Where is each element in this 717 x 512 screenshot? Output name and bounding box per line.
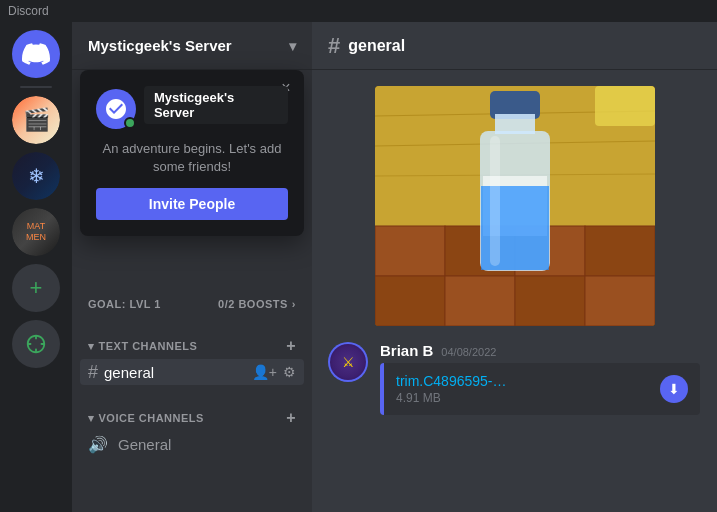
explore-servers-button[interactable] — [12, 320, 60, 368]
svg-rect-20 — [595, 86, 655, 126]
add-text-channel-button[interactable]: + — [286, 338, 296, 354]
settings-icon[interactable]: ⚙ — [283, 364, 296, 380]
message-avatar — [328, 342, 368, 382]
voice-channels-section: ▾ VOICE CHANNELS + 🔊 General — [72, 390, 312, 463]
svg-rect-19 — [490, 136, 500, 266]
goal-label: GOAL: LVL 1 — [88, 298, 161, 310]
text-channels-header[interactable]: ▾ TEXT CHANNELS + — [80, 334, 304, 358]
goal-right: 0/2 Boosts › — [218, 298, 296, 310]
goal-bar[interactable]: GOAL: LVL 1 0/2 Boosts › — [72, 290, 312, 318]
file-info: trim.C4896595-… 4.91 MB — [396, 373, 650, 405]
chevron-down-icon: ▾ — [289, 38, 296, 54]
hash-icon: # — [88, 363, 98, 381]
svg-rect-11 — [445, 276, 515, 326]
voice-channels-chevron: ▾ — [88, 412, 95, 425]
title-bar-text: Discord — [8, 4, 49, 18]
server-list: 🎬 ❄ MATMEN + — [0, 22, 72, 512]
svg-rect-10 — [375, 276, 445, 326]
voice-channels-label: VOICE CHANNELS — [99, 412, 204, 424]
chat-image — [375, 86, 655, 326]
server-icon-s3[interactable]: MATMEN — [12, 208, 60, 256]
message-timestamp: 04/08/2022 — [441, 346, 496, 358]
server-img-3: MATMEN — [12, 208, 60, 256]
server-img-2: ❄ — [12, 152, 60, 200]
popup-header-row: Mysticgeek's Server — [96, 86, 288, 132]
app-body: 🎬 ❄ MATMEN + Mysticgeek's Server — [0, 22, 717, 512]
svg-rect-13 — [585, 276, 655, 326]
chat-image-container — [328, 86, 701, 326]
add-server-button[interactable]: + — [12, 264, 60, 312]
voice-icon: 🔊 — [88, 435, 108, 454]
channel-header-name: general — [348, 37, 405, 55]
popup-server-name-badge: Mysticgeek's Server — [144, 86, 288, 124]
file-attachment: trim.C4896595-… 4.91 MB ⬇ — [380, 363, 700, 415]
svg-rect-12 — [515, 276, 585, 326]
online-indicator — [124, 117, 136, 129]
message-header: Brian B 04/08/2022 — [380, 342, 701, 359]
channel-item-general[interactable]: # general 👤+ ⚙ — [80, 359, 304, 385]
server-icon-s2[interactable]: ❄ — [12, 152, 60, 200]
goal-chevron: › — [292, 298, 296, 310]
boost-count: 0/2 Boosts — [218, 298, 288, 310]
server-icon-s1[interactable]: 🎬 — [12, 96, 60, 144]
file-size: 4.91 MB — [396, 391, 650, 405]
message-row: Brian B 04/08/2022 trim.C4896595-… 4.91 … — [328, 342, 701, 415]
channel-header: # general — [312, 22, 717, 70]
channel-sidebar: Mysticgeek's Server ▾ × Mysticgeek's Ser… — [72, 22, 312, 512]
server-img-1: 🎬 — [12, 96, 60, 144]
vikings-logo — [330, 344, 366, 380]
add-voice-channel-button[interactable]: + — [286, 410, 296, 426]
popup-avatar — [96, 89, 136, 129]
main-content: # general — [312, 22, 717, 512]
voice-channel-name-general: General — [118, 436, 171, 453]
chat-area: Brian B 04/08/2022 trim.C4896595-… 4.91 … — [312, 70, 717, 512]
channel-item-general-voice[interactable]: 🔊 General — [80, 431, 304, 458]
voice-channels-header[interactable]: ▾ VOICE CHANNELS + — [80, 406, 304, 430]
message-content: Brian B 04/08/2022 trim.C4896595-… 4.91 … — [380, 342, 701, 415]
text-channels-label: TEXT CHANNELS — [99, 340, 198, 352]
download-button[interactable]: ⬇ — [660, 375, 688, 403]
discord-home-button[interactable] — [12, 30, 60, 78]
channel-name-general: general — [104, 364, 154, 381]
message-author: Brian B — [380, 342, 433, 359]
add-member-icon[interactable]: 👤+ — [252, 364, 277, 380]
title-bar: Discord — [0, 0, 717, 22]
server-divider — [20, 86, 52, 88]
server-popup-card: × Mysticgeek's Server An adventure begin… — [80, 70, 304, 236]
download-icon: ⬇ — [668, 381, 680, 397]
invite-people-button[interactable]: Invite People — [96, 188, 288, 220]
text-channels-section: ▾ TEXT CHANNELS + # general 👤+ ⚙ — [72, 318, 312, 390]
server-header[interactable]: Mysticgeek's Server ▾ — [72, 22, 312, 70]
popup-description: An adventure begins. Let's add some frie… — [96, 140, 288, 176]
server-name: Mysticgeek's Server — [88, 37, 232, 54]
svg-rect-6 — [375, 226, 445, 276]
file-name[interactable]: trim.C4896595-… — [396, 373, 650, 389]
text-channels-chevron: ▾ — [88, 340, 95, 353]
channel-header-hash-icon: # — [328, 33, 340, 59]
svg-rect-9 — [585, 226, 655, 276]
